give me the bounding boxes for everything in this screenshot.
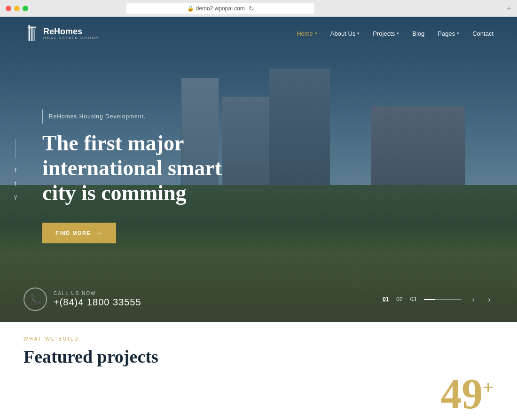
nav-link-pages[interactable]: Pages ▾ bbox=[438, 30, 459, 37]
minimize-button[interactable] bbox=[14, 6, 20, 11]
phone-icon: 📞 bbox=[30, 294, 41, 305]
new-tab-button[interactable]: + bbox=[507, 4, 511, 13]
logo-name: ReHomes bbox=[43, 27, 99, 36]
nav-item-about: About Us ▾ bbox=[330, 30, 360, 37]
section-tag: WHAT WE BUILD. bbox=[24, 336, 494, 342]
svg-rect-1 bbox=[31, 27, 33, 41]
social-sidebar: f t y bbox=[14, 139, 17, 200]
below-fold-section: WHAT WE BUILD. Featured projects 49+ bbox=[0, 322, 517, 420]
hero-content: ReHomes Housing Development. The first m… bbox=[42, 109, 240, 243]
nav-link-contact[interactable]: Contact bbox=[472, 30, 494, 37]
stat-number: 49+ bbox=[440, 373, 494, 415]
hero-bottom-bar: 📞 CALL US NOW +(84)4 1800 33555 01 02 03… bbox=[0, 288, 517, 322]
hero-section: ReHomes REAL ESTATE GROUP Home ▾ About U… bbox=[0, 17, 517, 322]
logo-text: ReHomes REAL ESTATE GROUP bbox=[43, 27, 99, 40]
social-divider bbox=[16, 139, 16, 158]
section-title: Featured projects bbox=[24, 346, 494, 367]
youtube-icon[interactable]: y bbox=[14, 194, 17, 200]
nav-link-home[interactable]: Home ▾ bbox=[297, 30, 317, 37]
chevron-down-icon: ▾ bbox=[315, 31, 317, 36]
fullscreen-button[interactable] bbox=[23, 6, 28, 11]
logo-subtitle: REAL ESTATE GROUP bbox=[43, 36, 99, 40]
call-widget: 📞 CALL US NOW +(84)4 1800 33555 bbox=[24, 288, 141, 311]
nav-item-pages: Pages ▾ bbox=[438, 30, 459, 37]
chevron-down-icon: ▾ bbox=[397, 31, 399, 36]
logo-link[interactable]: ReHomes REAL ESTATE GROUP bbox=[24, 25, 99, 42]
nav-item-contact: Contact bbox=[472, 30, 494, 37]
call-info: CALL US NOW +(84)4 1800 33555 bbox=[54, 291, 141, 308]
nav-item-projects: Projects ▾ bbox=[373, 30, 399, 37]
slide-3[interactable]: 03 bbox=[410, 296, 416, 303]
website: ReHomes REAL ESTATE GROUP Home ▾ About U… bbox=[0, 17, 517, 420]
lock-icon: 🔒 bbox=[187, 5, 194, 12]
next-slide-button[interactable]: › bbox=[485, 292, 494, 307]
nav-link-projects[interactable]: Projects ▾ bbox=[373, 30, 399, 37]
hero-title: The first major international smart city… bbox=[42, 131, 240, 206]
url-text: demo2.wpopal.com bbox=[196, 5, 245, 12]
hero-eyebrow: ReHomes Housing Development. bbox=[42, 109, 240, 124]
browser-chrome: 🔒 demo2.wpopal.com ↻ + bbox=[0, 0, 517, 17]
nav-link-about[interactable]: About Us ▾ bbox=[330, 30, 360, 37]
traffic-lights bbox=[6, 6, 28, 11]
address-bar[interactable]: 🔒 demo2.wpopal.com ↻ bbox=[126, 3, 314, 14]
nav-links: Home ▾ About Us ▾ Projects ▾ bbox=[297, 30, 494, 37]
svg-marker-3 bbox=[28, 27, 36, 29]
find-more-button[interactable]: FIND MORE → bbox=[42, 223, 116, 243]
facebook-icon[interactable]: f bbox=[15, 167, 16, 174]
chevron-down-icon: ▾ bbox=[357, 31, 360, 36]
slide-1[interactable]: 01 bbox=[383, 296, 389, 303]
cta-label: FIND MORE bbox=[55, 230, 91, 236]
nav-link-blog[interactable]: Blog bbox=[412, 30, 424, 37]
navbar: ReHomes REAL ESTATE GROUP Home ▾ About U… bbox=[0, 17, 517, 50]
slide-progress bbox=[424, 299, 462, 300]
prev-slide-button[interactable]: ‹ bbox=[469, 292, 478, 307]
slide-2[interactable]: 02 bbox=[396, 296, 402, 303]
call-icon: 📞 bbox=[24, 288, 47, 311]
call-label: CALL US NOW bbox=[54, 291, 141, 296]
call-number: +(84)4 1800 33555 bbox=[54, 297, 141, 308]
reload-icon[interactable]: ↻ bbox=[249, 5, 254, 12]
nav-item-blog: Blog bbox=[412, 30, 424, 37]
svg-rect-2 bbox=[33, 29, 35, 41]
nav-item-home: Home ▾ bbox=[297, 30, 317, 37]
close-button[interactable] bbox=[6, 6, 11, 11]
twitter-icon[interactable]: t bbox=[15, 180, 16, 187]
featured-projects-intro: WHAT WE BUILD. Featured projects bbox=[24, 336, 494, 367]
chevron-down-icon: ▾ bbox=[457, 31, 459, 36]
slideshow-nav: 01 02 03 ‹ › bbox=[383, 292, 494, 307]
arrow-icon: → bbox=[95, 229, 103, 237]
logo-icon bbox=[24, 25, 39, 42]
